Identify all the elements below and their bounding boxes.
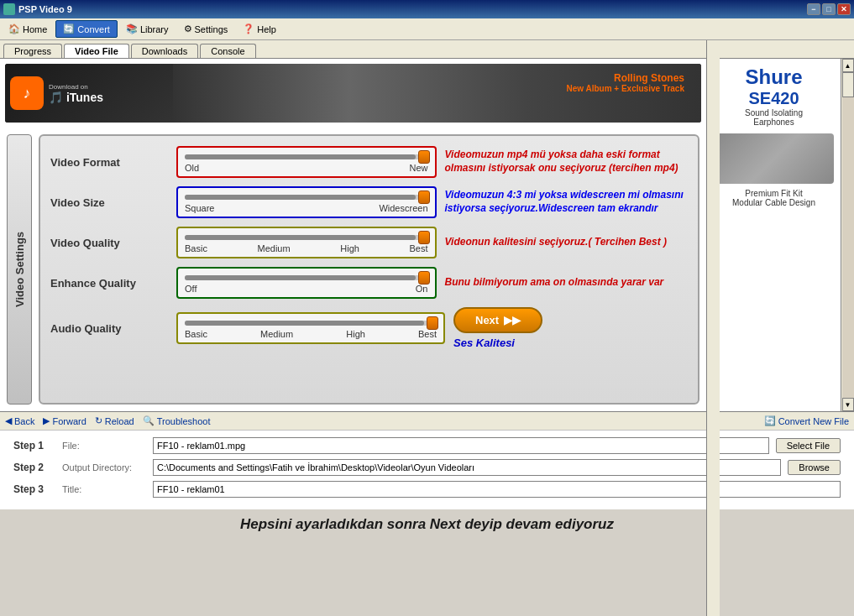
scroll-up-button[interactable]: ▲	[842, 59, 854, 72]
tab-console[interactable]: Console	[200, 44, 255, 58]
sidebar-label: Video Settings	[7, 134, 32, 405]
select-file-button[interactable]: Select File	[776, 438, 841, 453]
audio-quality-slider[interactable]: Basic Medium High Best	[176, 312, 445, 344]
menu-help[interactable]: ❓ Help	[236, 21, 283, 37]
video-quality-label: Video Quality	[50, 237, 168, 249]
menu-settings[interactable]: ⚙ Settings	[177, 21, 235, 37]
audio-quality-row: Audio Quality Basic Medium High Best	[50, 307, 688, 349]
step2-label: Step 2	[13, 462, 55, 473]
video-format-slider[interactable]: Old New	[176, 146, 437, 178]
bottom-toolbar: ◀ Back ▶ Forward ↻ Reload 🔍 Troubleshoot…	[0, 411, 854, 430]
step1-field-label: File:	[62, 441, 146, 451]
reload-button[interactable]: ↻ Reload	[95, 415, 134, 426]
shure-desc2: Earphones	[753, 117, 794, 127]
video-quality-row: Video Quality Basic Medium High Best	[50, 227, 688, 258]
troubleshoot-button[interactable]: 🔍 Troubleshoot	[143, 415, 211, 426]
back-button[interactable]: ◀ Back	[5, 415, 34, 426]
minimize-button[interactable]: −	[807, 3, 820, 15]
step1-label: Step 1	[13, 440, 55, 452]
video-size-row: Video Size Square Widescreen Videomuzun …	[50, 186, 688, 218]
bottom-text: Hepsini ayarladıkdan sonra Next deyip de…	[0, 509, 854, 540]
format-track	[185, 154, 428, 159]
title-bar: PSP Video 9 − □ ✕	[0, 0, 854, 18]
next-button[interactable]: Next ▶▶	[453, 307, 542, 333]
step2-field-label: Output Directory:	[62, 462, 146, 472]
video-settings-panel: Video Settings Video Format Old New	[0, 128, 706, 411]
audio-annotation: Ses Kalitesi	[453, 337, 542, 349]
step3-label: Step 3	[13, 483, 55, 495]
band-promo: Rolling Stones New Album + Exclusive Tra…	[566, 72, 684, 93]
enhance-quality-label: Enhance Quality	[50, 277, 168, 290]
settings-icon: ⚙	[184, 23, 192, 34]
size-track	[185, 195, 428, 200]
menu-bar: 🏠 Home 🔄 Convert 📚 Library ⚙ Settings ❓ …	[0, 18, 854, 40]
tab-progress[interactable]: Progress	[3, 44, 62, 58]
audio-track	[185, 321, 437, 326]
convert-new-icon: 🔄	[764, 415, 776, 426]
video-format-label: Video Format	[50, 156, 168, 169]
settings-form: Video Format Old New Videomuzun mp4 mü y…	[39, 134, 699, 405]
tab-bar: Progress Video File Downloads Console	[0, 40, 854, 59]
enhance-track	[185, 275, 428, 280]
home-icon: 🏠	[8, 23, 20, 34]
audio-thumb[interactable]	[427, 316, 438, 330]
itunes-text: Download on 🎵 iTunes	[49, 83, 103, 104]
itunes-logo: ♪	[10, 76, 44, 110]
feature2: Modular Cable Design	[732, 198, 815, 207]
troubleshoot-icon: 🔍	[143, 415, 155, 426]
size-annotation: Videomuzun 4:3 mi yoksa widescreen mi ol…	[445, 189, 689, 215]
main-scrollbar[interactable]: ▲ ▼	[841, 59, 854, 411]
enhance-thumb[interactable]	[418, 271, 430, 285]
scroll-track[interactable]	[842, 72, 854, 398]
shure-desc1: Sound Isolating	[745, 108, 803, 117]
convert-new-button[interactable]: 🔄 Convert New File	[764, 415, 849, 426]
steps-area: Step 1 File: Select File Step 2 Output D…	[0, 430, 854, 509]
video-format-row: Video Format Old New Videomuzun mp4 mü y…	[50, 146, 688, 178]
enhance-annotation: Bunu bilmiyorum ama on olmasında yarar v…	[445, 276, 689, 290]
feature1: Premium Fit Kit	[745, 189, 802, 198]
close-button[interactable]: ✕	[837, 3, 851, 15]
menu-library[interactable]: 📚 Library	[119, 21, 176, 37]
step2-output-input[interactable]	[153, 459, 781, 476]
enhance-quality-slider[interactable]: Off On	[176, 267, 437, 299]
scroll-down-button[interactable]: ▼	[842, 398, 854, 411]
maximize-button[interactable]: □	[822, 3, 836, 15]
library-icon: 📚	[126, 23, 138, 34]
video-size-slider[interactable]: Square Widescreen	[176, 186, 437, 218]
video-size-label: Video Size	[50, 196, 168, 209]
itunes-ad[interactable]: ♪ Download on 🎵 iTunes	[5, 64, 173, 123]
quality-thumb[interactable]	[418, 231, 430, 244]
help-icon: ❓	[243, 23, 254, 34]
audio-quality-label: Audio Quality	[50, 322, 168, 335]
quality-track	[185, 235, 428, 240]
forward-button[interactable]: ▶ Forward	[43, 415, 86, 426]
menu-convert[interactable]: 🔄 Convert	[55, 20, 118, 38]
tab-downloads[interactable]: Downloads	[131, 44, 198, 58]
step1-file-input[interactable]	[153, 437, 769, 454]
size-thumb[interactable]	[418, 191, 430, 204]
menu-home[interactable]: 🏠 Home	[2, 21, 54, 37]
shure-model: SE420	[748, 89, 799, 108]
quality-annotation: Videonun kalitesini seçiyoruz.( Tercihen…	[445, 236, 689, 249]
step3-title-input[interactable]	[153, 481, 841, 498]
scroll-thumb[interactable]	[842, 72, 854, 97]
step3-field-label: Title:	[62, 484, 146, 494]
ad-banner: ♪ Download on 🎵 iTunes Rolling Stones Ne…	[5, 64, 701, 123]
reload-icon: ↻	[95, 415, 102, 426]
video-quality-slider[interactable]: Basic Medium High Best	[176, 227, 437, 258]
shure-brand: Shure	[745, 65, 802, 89]
convert-icon: 🔄	[63, 23, 75, 34]
right-ad-panel: Shure SE420 Sound Isolating Earphones Pr…	[706, 59, 841, 411]
enhance-quality-row: Enhance Quality Off On Bunu bilmiyorum a…	[50, 267, 688, 299]
back-icon: ◀	[5, 415, 12, 426]
app-title: PSP Video 9	[18, 4, 72, 14]
format-thumb[interactable]	[418, 150, 430, 164]
app-icon	[3, 3, 15, 15]
next-arrow-icon: ▶▶	[504, 314, 521, 326]
browse-button[interactable]: Browse	[788, 460, 841, 475]
tab-video-file[interactable]: Video File	[64, 44, 129, 58]
format-annotation: Videomuzun mp4 mü yoksa daha eski format…	[445, 149, 689, 175]
forward-icon: ▶	[43, 415, 50, 426]
